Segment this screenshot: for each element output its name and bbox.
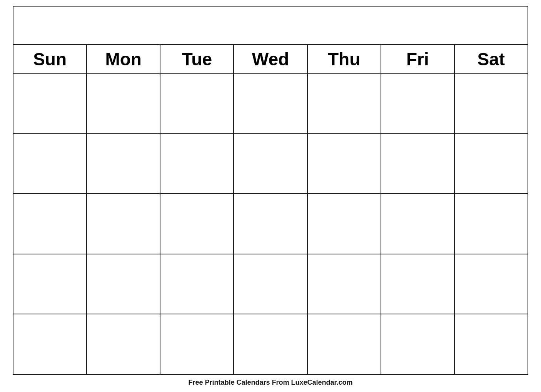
day-header-wed: Wed — [234, 45, 307, 73]
day-cell[interactable] — [87, 74, 160, 133]
day-cell[interactable] — [160, 134, 234, 193]
day-header-tue: Tue — [160, 45, 234, 73]
day-cell[interactable] — [381, 254, 455, 314]
day-cell[interactable] — [308, 314, 381, 374]
calendar-body — [13, 74, 528, 374]
day-cell[interactable] — [234, 134, 307, 193]
day-cell[interactable] — [308, 194, 381, 253]
day-cell[interactable] — [381, 194, 455, 253]
day-cell[interactable] — [308, 74, 381, 133]
calendar: Sun Mon Tue Wed Thu Fri Sat — [13, 6, 528, 375]
day-cell[interactable] — [160, 314, 234, 374]
day-cell[interactable] — [13, 314, 87, 374]
day-cell[interactable] — [455, 194, 528, 253]
week-row-3 — [13, 194, 528, 254]
day-cell[interactable] — [234, 194, 307, 253]
day-cell[interactable] — [87, 134, 160, 193]
day-cell[interactable] — [160, 74, 234, 133]
footer-text: Free Printable Calendars From LuxeCalend… — [188, 379, 352, 387]
day-cell[interactable] — [381, 314, 455, 374]
day-cell[interactable] — [13, 134, 87, 193]
day-cell[interactable] — [87, 194, 160, 253]
day-cell[interactable] — [234, 314, 307, 374]
calendar-title — [13, 7, 528, 45]
day-cell[interactable] — [381, 134, 455, 193]
day-cell[interactable] — [308, 134, 381, 193]
day-cell[interactable] — [381, 74, 455, 133]
day-cell[interactable] — [160, 254, 234, 314]
day-cell[interactable] — [87, 314, 160, 374]
day-cell[interactable] — [455, 134, 528, 193]
calendar-header: Sun Mon Tue Wed Thu Fri Sat — [13, 45, 528, 74]
day-cell[interactable] — [13, 74, 87, 133]
week-row-5 — [13, 314, 528, 374]
day-cell[interactable] — [234, 74, 307, 133]
day-header-sun: Sun — [13, 45, 87, 73]
week-row-2 — [13, 134, 528, 194]
week-row-1 — [13, 74, 528, 134]
day-cell[interactable] — [87, 254, 160, 314]
day-cell[interactable] — [455, 254, 528, 314]
day-cell[interactable] — [308, 254, 381, 314]
day-cell[interactable] — [13, 194, 87, 253]
day-cell[interactable] — [455, 314, 528, 374]
day-header-thu: Thu — [308, 45, 381, 73]
day-cell[interactable] — [455, 74, 528, 133]
day-cell[interactable] — [13, 254, 87, 314]
day-header-mon: Mon — [87, 45, 160, 73]
day-header-fri: Fri — [381, 45, 455, 73]
day-cell[interactable] — [234, 254, 307, 314]
day-header-sat: Sat — [455, 45, 528, 73]
day-cell[interactable] — [160, 194, 234, 253]
week-row-4 — [13, 254, 528, 314]
